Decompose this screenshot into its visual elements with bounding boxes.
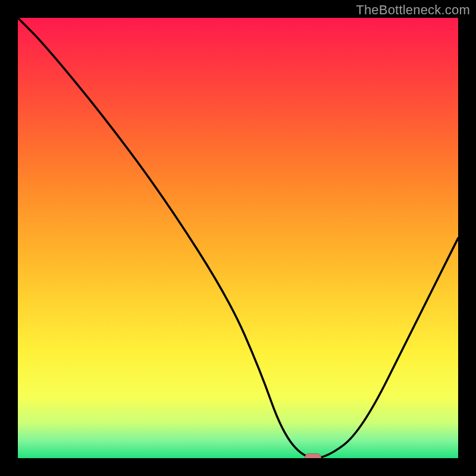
chart-frame: TheBottleneck.com xyxy=(0,0,476,476)
watermark-text: TheBottleneck.com xyxy=(356,2,470,18)
plot-area xyxy=(18,18,458,458)
optimal-marker xyxy=(305,453,321,458)
bottleneck-curve xyxy=(18,18,458,458)
